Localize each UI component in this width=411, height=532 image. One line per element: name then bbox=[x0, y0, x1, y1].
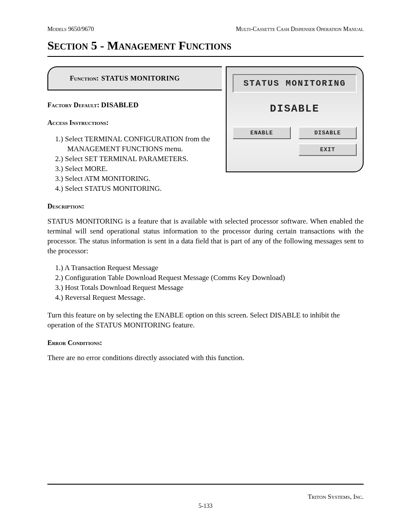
instruction-item: 3.) Select ATM MONITORING. bbox=[47, 174, 224, 184]
body-text: Description: STATUS MONITORING is a feat… bbox=[47, 202, 364, 364]
page-footer: Triton Systems, Inc. 5-133 bbox=[47, 484, 364, 510]
access-instructions-label: Access Instructions: bbox=[47, 119, 224, 127]
terminal-screen: STATUS MONITORING DISABLE ENABLE DISABLE… bbox=[226, 66, 364, 172]
page-header: Models 9650/9670 Multi-Cassette Cash Dis… bbox=[47, 26, 364, 33]
instruction-item: 1.) Select TERMINAL CONFIGURATION from t… bbox=[47, 134, 224, 154]
message-item: 2.) Configuration Table Download Request… bbox=[47, 273, 364, 283]
main-content: Function: STATUS MONITORING STATUS MONIT… bbox=[47, 66, 364, 363]
instruction-item: 3.) Select MORE. bbox=[47, 164, 224, 174]
error-conditions-text: There are no error conditions directly a… bbox=[47, 353, 364, 363]
function-tab: Function: STATUS MONITORING bbox=[47, 66, 222, 90]
message-item: 3.) Host Totals Download Request Message bbox=[47, 283, 364, 293]
screen-value: DISABLE bbox=[233, 103, 357, 115]
factory-default-value: DISABLED bbox=[101, 101, 139, 109]
footer-company: Triton Systems, Inc. bbox=[308, 493, 364, 501]
function-value: STATUS MONITORING bbox=[101, 75, 180, 82]
instruction-item: 4.) Select STATUS MONITORING. bbox=[47, 184, 224, 194]
access-instructions-list: 1.) Select TERMINAL CONFIGURATION from t… bbox=[47, 134, 224, 194]
factory-default: Factory Default: DISABLED bbox=[47, 101, 224, 109]
enable-button[interactable]: ENABLE bbox=[233, 127, 291, 139]
error-conditions-label: Error Conditions: bbox=[47, 338, 364, 348]
message-item: 1.) A Transaction Request Message bbox=[47, 263, 364, 273]
description-paragraph-1: STATUS MONITORING is a feature that is a… bbox=[47, 217, 364, 256]
divider-top bbox=[47, 56, 364, 57]
page-number: 5-133 bbox=[199, 503, 213, 510]
factory-default-label: Factory Default: bbox=[47, 101, 100, 109]
function-label: Function: bbox=[70, 75, 99, 82]
section-title: Section 5 - Management Functions bbox=[47, 39, 364, 53]
divider-bottom bbox=[47, 484, 364, 485]
description-paragraph-2: Turn this feature on by selecting the EN… bbox=[47, 311, 364, 330]
instruction-item: 2.) Select SET TERMINAL PARAMETERS. bbox=[47, 154, 224, 164]
left-column: Factory Default: DISABLED Access Instruc… bbox=[47, 101, 224, 194]
description-label: Description: bbox=[47, 202, 364, 211]
screen-title: STATUS MONITORING bbox=[233, 74, 357, 93]
messages-list: 1.) A Transaction Request Message 2.) Co… bbox=[47, 263, 364, 303]
screen-button-grid: ENABLE DISABLE EXIT bbox=[233, 127, 357, 156]
message-item: 4.) Reversal Request Message. bbox=[47, 293, 364, 303]
disable-button[interactable]: DISABLE bbox=[299, 127, 357, 139]
header-left: Models 9650/9670 bbox=[47, 26, 94, 33]
header-right: Multi-Cassette Cash Dispenser Operation … bbox=[236, 26, 364, 33]
exit-button[interactable]: EXIT bbox=[299, 143, 357, 156]
